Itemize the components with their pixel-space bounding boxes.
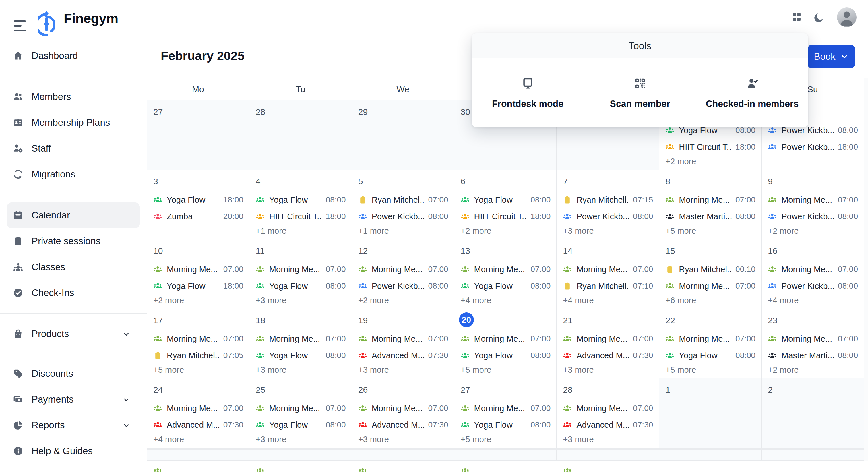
book-button[interactable]: Book <box>808 45 855 68</box>
event-item[interactable]: Morning Me...07:00 <box>563 332 653 345</box>
event-item[interactable]: Morning Me...07:00 <box>461 263 551 276</box>
event-item[interactable]: Morning Me...07:00 <box>768 194 858 206</box>
event-item[interactable]: HIIT Circuit T...18:00 <box>461 210 551 223</box>
more-events-link[interactable]: +3 more <box>256 365 346 375</box>
more-events-link[interactable]: +2 more <box>665 157 755 166</box>
day-cell-18[interactable]: 18Morning Me...07:00Yoga Flow08:00+3 mor… <box>249 309 352 378</box>
event-item[interactable]: Master Marti...08:00 <box>768 349 858 362</box>
event-item[interactable]: Morning Me...07:00 <box>461 332 551 345</box>
more-events-link[interactable]: +1 more <box>256 226 346 236</box>
event-item[interactable]: Yoga Flow08:00 <box>256 194 346 206</box>
event-item[interactable]: Morning Me...07:00 <box>768 332 858 345</box>
more-events-link[interactable]: +3 more <box>358 365 448 375</box>
day-cell-29[interactable]: 29 <box>352 100 454 170</box>
day-cell-23[interactable]: 23Morning Me...07:00Master Marti...08:00… <box>762 309 864 378</box>
event-item[interactable]: HIIT Circuit T...18:00 <box>256 210 346 223</box>
tool-scan-member[interactable]: Scan member <box>584 58 696 127</box>
more-events-link[interactable]: +2 more <box>358 296 448 305</box>
event-item[interactable]: Ryan Mitchel...07:00 <box>358 194 448 206</box>
event-item[interactable]: Power Kickb...08:00 <box>358 210 448 223</box>
more-events-link[interactable]: +3 more <box>563 365 653 375</box>
event-item[interactable]: Ryan Mitchell...07:10 <box>563 279 653 292</box>
day-cell-14[interactable]: 14Morning Me...07:00Ryan Mitchell...07:1… <box>557 239 659 309</box>
day-cell-28[interactable]: 28Morning Me...07:00Advanced M...07:30+3… <box>557 378 659 448</box>
sidebar-item-membership-plans[interactable]: Membership Plans <box>0 110 147 136</box>
day-cell-4[interactable]: 4Yoga Flow08:00HIIT Circuit T...18:00+1 … <box>249 170 352 239</box>
sidebar-item-help-guides[interactable]: Help & Guides <box>0 438 147 464</box>
more-events-link[interactable]: +5 more <box>153 365 243 375</box>
sidebar-item-classes[interactable]: Classes <box>0 254 147 280</box>
sidebar-item-members[interactable]: Members <box>0 84 147 110</box>
day-cell-28[interactable]: 28 <box>249 100 352 170</box>
more-events-link[interactable]: +3 more <box>256 435 346 444</box>
event-item[interactable]: Yoga Flow08:00 <box>665 349 755 362</box>
day-cell-1[interactable]: 1 <box>659 378 762 448</box>
more-events-link[interactable]: +2 more <box>768 226 858 236</box>
event-item[interactable]: Morning Me...07:00 <box>256 332 346 345</box>
event-item[interactable]: Yoga Flow08:00 <box>461 419 551 431</box>
more-events-link[interactable]: +1 more <box>358 226 448 236</box>
event-item[interactable]: Morning Me...07:00 <box>153 332 243 345</box>
day-cell-9[interactable]: 9Morning Me...07:00Power Kickb...08:00+2… <box>762 170 864 239</box>
day-cell-2[interactable]: 2 <box>762 378 864 448</box>
more-events-link[interactable]: +4 more <box>153 435 243 444</box>
event-item[interactable]: Morning Me...07:00 <box>563 263 653 276</box>
event-item[interactable]: Morning Me...07:00 <box>768 263 858 276</box>
tool-frontdesk-mode[interactable]: Frontdesk mode <box>472 58 584 127</box>
scrollbar-gutter[interactable] <box>864 78 868 461</box>
day-cell-13[interactable]: 13Morning Me...07:00Yoga Flow08:00+4 mor… <box>454 239 557 309</box>
sidebar-item-discounts[interactable]: Discounts <box>0 361 147 386</box>
event-item[interactable]: Morning Me...07:00 <box>665 332 755 345</box>
tool-checked-in-members[interactable]: Checked-in members <box>696 58 808 127</box>
day-cell-24[interactable]: 24Morning Me...07:00Advanced M...07:30+4… <box>147 378 249 448</box>
day-cell-3[interactable]: 3Yoga Flow18:00Zumba20:00 <box>147 170 249 239</box>
event-item[interactable]: Advanced M...07:30 <box>358 419 448 431</box>
sidebar-item-check-ins[interactable]: Check-Ins <box>0 280 147 306</box>
day-cell-8[interactable]: 8Morning Me...07:00Master Marti...08:00+… <box>659 170 762 239</box>
event-item[interactable]: Ryan Mitchel...07:05 <box>153 349 243 362</box>
event-item[interactable]: Yoga Flow18:00 <box>153 279 243 292</box>
event-item[interactable]: Power Kickb...08:00 <box>768 210 858 223</box>
more-events-link[interactable]: +5 more <box>461 435 551 444</box>
event-item[interactable]: Advanced M...07:30 <box>358 349 448 362</box>
event-item[interactable]: Morning Me...07:00 <box>153 402 243 415</box>
more-events-link[interactable]: +3 more <box>563 226 653 236</box>
day-cell-21[interactable]: 21Morning Me...07:00Advanced M...07:30+3… <box>557 309 659 378</box>
more-events-link[interactable]: +5 more <box>665 226 755 236</box>
event-item[interactable]: Morning Me...07:00 <box>358 402 448 415</box>
more-events-link[interactable]: +2 more <box>153 296 243 305</box>
day-cell-7[interactable]: 7Ryan Mitchell...07:15Power Kickb...08:0… <box>557 170 659 239</box>
event-item[interactable]: Master Marti...08:00 <box>665 210 755 223</box>
day-cell-5[interactable]: 5Ryan Mitchel...07:00Power Kickb...08:00… <box>352 170 454 239</box>
sidebar-item-reports[interactable]: Reports <box>0 412 147 438</box>
sidebar-toggle-hamburger-icon[interactable] <box>14 20 26 33</box>
event-item[interactable]: Advanced M...07:30 <box>563 419 653 431</box>
user-avatar[interactable] <box>837 7 857 27</box>
event-item[interactable]: Zumba20:00 <box>153 210 243 223</box>
sidebar-item-dashboard[interactable]: Dashboard <box>0 43 147 69</box>
day-cell-27[interactable]: 27 <box>147 100 249 170</box>
more-events-link[interactable]: +3 more <box>358 435 448 444</box>
event-item[interactable]: HIIT Circuit T...18:00 <box>665 141 755 153</box>
more-events-link[interactable]: +4 more <box>461 296 551 305</box>
event-item[interactable]: Ryan Mitchel...00:10 <box>665 263 755 276</box>
more-events-link[interactable]: +6 more <box>665 296 755 305</box>
event-item[interactable]: Morning Me...07:00 <box>665 194 755 206</box>
day-cell-17[interactable]: 17Morning Me...07:00Ryan Mitchel...07:05… <box>147 309 249 378</box>
event-item[interactable]: Morning Me...07:00 <box>358 263 448 276</box>
more-events-link[interactable]: +3 more <box>563 435 653 444</box>
event-item[interactable]: Morning Me...07:00 <box>153 263 243 276</box>
event-item[interactable]: Yoga Flow08:00 <box>461 279 551 292</box>
event-item[interactable]: Yoga Flow08:00 <box>461 194 551 206</box>
apps-grid-icon[interactable] <box>791 11 802 24</box>
event-item[interactable]: Morning Me...07:00 <box>665 279 755 292</box>
more-events-link[interactable]: +5 more <box>461 365 551 375</box>
day-cell-19[interactable]: 19Morning Me...07:00Advanced M...07:30+3… <box>352 309 454 378</box>
dark-mode-moon-icon[interactable] <box>813 12 825 25</box>
event-item[interactable]: Morning Me...07:00 <box>461 402 551 415</box>
sidebar-item-calendar[interactable]: Calendar <box>7 202 140 228</box>
day-cell-10[interactable]: 10Morning Me...07:00Yoga Flow18:00+2 mor… <box>147 239 249 309</box>
day-cell-22[interactable]: 22Morning Me...07:00Yoga Flow08:00+5 mor… <box>659 309 762 378</box>
day-cell-20[interactable]: 20Morning Me...07:00Yoga Flow08:00+5 mor… <box>454 309 557 378</box>
event-item[interactable]: Morning Me...07:00 <box>563 402 653 415</box>
